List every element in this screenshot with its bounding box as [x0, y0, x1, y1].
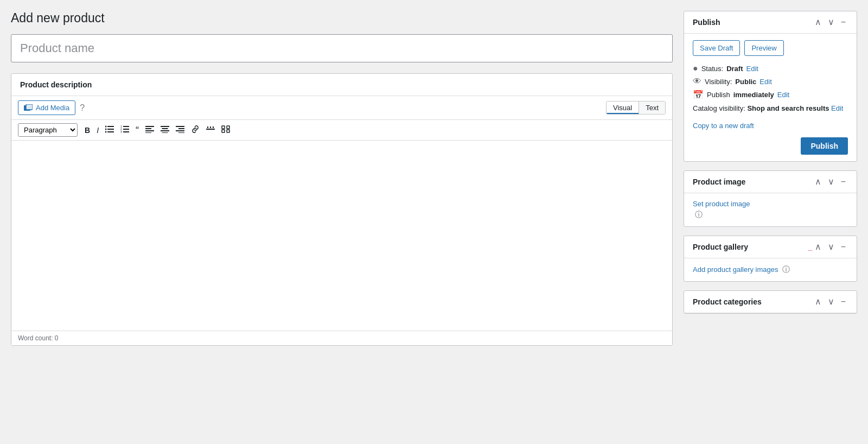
- gallery-collapse-up[interactable]: ∧: [813, 242, 824, 252]
- sidebar: Publish ∧ ∨ − Save Draft Preview ● Statu…: [684, 11, 857, 346]
- publish-collapse-up[interactable]: ∧: [813, 17, 824, 28]
- save-draft-button[interactable]: Save Draft: [693, 40, 740, 56]
- product-gallery-content: Add product gallery images ⓘ: [684, 258, 857, 281]
- image-collapse-up[interactable]: ∧: [813, 176, 824, 187]
- categories-collapse-down[interactable]: ∨: [826, 296, 837, 307]
- add-media-button[interactable]: Add Media: [18, 100, 75, 115]
- catalog-label: Catalog visibility:: [693, 104, 745, 112]
- visibility-value: Public: [735, 78, 756, 86]
- catalog-value: Shop and search results: [747, 104, 829, 112]
- svg-rect-32: [222, 126, 225, 129]
- align-center-button[interactable]: [158, 124, 172, 136]
- italic-button[interactable]: I: [94, 124, 101, 136]
- product-categories-controls: ∧ ∨ −: [813, 296, 848, 307]
- word-count: Word count: 0: [11, 331, 672, 345]
- svg-rect-35: [227, 130, 229, 132]
- product-categories-header: Product categories ∧ ∨ −: [684, 291, 857, 313]
- editor-content-area[interactable]: [11, 141, 672, 331]
- blockquote-button[interactable]: “: [133, 124, 142, 137]
- description-header: Product description: [11, 74, 672, 96]
- align-right-button[interactable]: [173, 124, 187, 136]
- svg-point-9: [105, 131, 107, 133]
- paragraph-select[interactable]: Paragraph Heading 1 Heading 2 Heading 3 …: [18, 123, 78, 137]
- product-gallery-header: Product gallery _ ∧ ∨ −: [684, 236, 857, 258]
- visibility-icon: 👁: [693, 77, 701, 86]
- svg-rect-28: [206, 129, 215, 130]
- catalog-visibility-row: Catalog visibility: Shop and search resu…: [693, 103, 848, 114]
- status-icon: ●: [693, 64, 698, 73]
- svg-rect-24: [176, 126, 184, 127]
- svg-rect-10: [123, 126, 129, 127]
- svg-rect-3: [27, 105, 32, 109]
- preview-button[interactable]: Preview: [744, 40, 783, 56]
- svg-rect-17: [145, 128, 151, 129]
- align-left-button[interactable]: [143, 124, 157, 136]
- svg-rect-26: [176, 130, 184, 131]
- publish-title: Publish: [693, 18, 813, 27]
- horizontal-rule-button[interactable]: [203, 124, 218, 136]
- image-collapse-down[interactable]: ∨: [826, 176, 837, 187]
- status-row: ● Status: Draft Edit: [693, 64, 848, 73]
- add-media-label: Add Media: [36, 104, 69, 112]
- svg-rect-4: [107, 126, 114, 127]
- product-image-title: Product image: [693, 177, 813, 186]
- calendar-icon: 📅: [693, 90, 704, 100]
- svg-text:3: 3: [120, 130, 122, 133]
- product-name-input[interactable]: [11, 34, 673, 62]
- visual-tab[interactable]: Visual: [607, 102, 639, 114]
- link-button[interactable]: [188, 124, 202, 136]
- catalog-edit-link[interactable]: Edit: [831, 104, 843, 112]
- svg-rect-31: [213, 126, 214, 128]
- status-edit-link[interactable]: Edit: [746, 65, 758, 73]
- text-tab[interactable]: Text: [639, 102, 665, 114]
- product-image-content: Set product image ⓘ: [684, 193, 857, 226]
- unordered-list-button[interactable]: [103, 124, 117, 136]
- svg-rect-30: [210, 126, 211, 128]
- publish-when-value: immediately: [733, 91, 774, 99]
- editor-toolbar-top: Add Media ? Visual Text: [11, 96, 672, 120]
- categories-collapse-up[interactable]: ∧: [813, 296, 824, 307]
- svg-point-8: [105, 129, 107, 130]
- visibility-label: Visibility:: [705, 78, 732, 86]
- product-gallery-title: Product gallery: [693, 243, 806, 251]
- product-image-help-icon[interactable]: ⓘ: [695, 210, 703, 219]
- product-image-controls: ∧ ∨ −: [813, 176, 848, 187]
- svg-rect-25: [178, 128, 184, 129]
- copy-draft-link[interactable]: Copy to a new draft: [693, 122, 848, 130]
- bold-button[interactable]: B: [82, 124, 93, 136]
- help-icon[interactable]: ?: [80, 103, 85, 113]
- svg-rect-16: [145, 126, 154, 127]
- publish-actions: Save Draft Preview: [693, 40, 848, 56]
- svg-rect-18: [145, 130, 154, 131]
- svg-rect-5: [107, 129, 114, 130]
- gallery-help-icon[interactable]: ⓘ: [782, 265, 790, 274]
- description-box: Product description Add Media ? Visual T…: [11, 73, 673, 346]
- publish-collapse-down[interactable]: ∨: [826, 17, 837, 28]
- publish-box-header: Publish ∧ ∨ −: [684, 11, 857, 34]
- svg-rect-19: [145, 132, 151, 133]
- publish-when-edit-link[interactable]: Edit: [777, 91, 789, 99]
- publish-close[interactable]: −: [839, 17, 848, 28]
- publish-button[interactable]: Publish: [801, 137, 848, 155]
- publish-header-controls: ∧ ∨ −: [813, 17, 848, 28]
- gallery-collapse-down[interactable]: ∨: [826, 242, 837, 252]
- status-value: Draft: [726, 65, 743, 73]
- product-image-header: Product image ∧ ∨ −: [684, 171, 857, 193]
- fullscreen-button[interactable]: [219, 124, 233, 136]
- image-close[interactable]: −: [839, 176, 848, 187]
- svg-rect-29: [207, 126, 208, 128]
- svg-rect-11: [123, 129, 129, 130]
- svg-rect-22: [161, 130, 169, 131]
- page-title: Add new product: [11, 11, 673, 26]
- svg-rect-23: [162, 132, 168, 133]
- product-gallery-controls: ∧ ∨ −: [813, 242, 848, 252]
- set-product-image-link[interactable]: Set product image: [693, 200, 848, 208]
- add-gallery-images-link[interactable]: Add product gallery images: [693, 265, 778, 274]
- ordered-list-button[interactable]: 123: [118, 124, 132, 136]
- publish-box-content: Save Draft Preview ● Status: Draft Edit …: [684, 34, 857, 161]
- visibility-edit-link[interactable]: Edit: [760, 78, 771, 86]
- categories-close[interactable]: −: [839, 296, 848, 307]
- media-icon: [24, 104, 33, 112]
- gallery-close[interactable]: −: [839, 242, 848, 252]
- svg-rect-21: [162, 128, 168, 129]
